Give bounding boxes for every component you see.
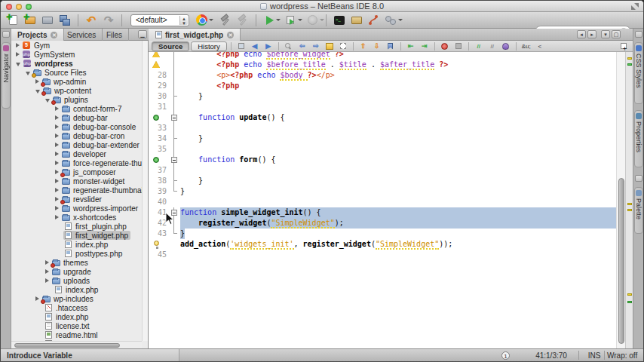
code-line-44[interactable]: add_action('widgets_init', register_widg… [149, 239, 618, 250]
line-number[interactable]: 35 [149, 144, 167, 155]
rectangular-selection-icon[interactable] [337, 41, 349, 51]
code-line-35[interactable]: 35 [149, 144, 618, 155]
collapsed-arrow-icon[interactable] [55, 179, 59, 183]
new-file-button[interactable]: ✚ [5, 14, 20, 27]
line-number[interactable]: 41 [149, 207, 167, 218]
line-number[interactable]: 28 [149, 70, 167, 81]
error-stripe-mark[interactable] [627, 57, 632, 60]
source-view-button[interactable]: Source [152, 41, 189, 51]
profile-button[interactable] [305, 14, 320, 27]
collapsed-arrow-icon[interactable] [55, 133, 59, 138]
collapsed-arrow-icon[interactable] [55, 161, 59, 165]
tree-item-wordpress[interactable]: phpwordpress [16, 59, 75, 68]
code-line-36[interactable]: function form() { [149, 155, 618, 165]
code-fold-collapse-icon[interactable] [170, 155, 179, 165]
collapsed-arrow-icon[interactable] [55, 206, 59, 210]
tree-item-debug-bar-cron[interactable]: debug-bar-cron [55, 131, 127, 140]
tree-item-readme-html[interactable]: readme.html [35, 330, 100, 339]
tree-item-body[interactable]: regenerate-thumbnail [61, 186, 142, 195]
code-line-41[interactable]: 41function simple_widget_init() { [149, 207, 618, 218]
tree-item-first-plugin-php[interactable]: first_plugin.php [55, 222, 129, 231]
code-text[interactable]: <p><?php echo $body ?></p> [180, 70, 335, 81]
tree-horizontal-scrollbar[interactable] [11, 341, 142, 348]
code-line-38[interactable]: 38 } [149, 176, 618, 186]
tree-item-body[interactable]: developer [61, 149, 109, 158]
save-all-button[interactable] [57, 14, 72, 27]
collapsed-arrow-icon[interactable] [55, 152, 59, 156]
collapsed-arrow-icon[interactable] [35, 79, 39, 84]
tree-item-body[interactable]: uploads [51, 276, 92, 285]
tab-services[interactable]: Services [61, 29, 103, 41]
find-selection-icon[interactable] [283, 41, 295, 51]
tree-item-first-widget-php[interactable]: first_widget.php [55, 231, 130, 240]
line-number[interactable]: 43 [149, 229, 167, 239]
fullscreen-icon[interactable] [631, 3, 639, 10]
palette-dock-tab[interactable]: Palette [634, 187, 643, 234]
ide-log-button[interactable] [349, 14, 364, 27]
collapsed-arrow-icon[interactable] [45, 269, 49, 274]
code-text[interactable]: function form() { [180, 155, 275, 165]
redo-button[interactable]: ↷ [101, 14, 116, 27]
tree-item-source-files[interactable]: Source Files [26, 68, 89, 77]
clean-build-button[interactable] [235, 14, 250, 27]
tree-item-body[interactable]: first_widget.php [63, 231, 130, 240]
line-number[interactable]: 45 [149, 250, 167, 260]
editor-tab-first-widget[interactable]: first_widget.php ✕ [149, 29, 241, 41]
forward-icon[interactable]: ▶ [262, 41, 274, 51]
code-line-42[interactable]: 42 register_widget("SimpleWidget"); [149, 218, 618, 229]
tree-item-body[interactable]: wp-includes [41, 294, 96, 303]
encode-entities-icon[interactable]: &u; [520, 41, 532, 51]
tree-item-body[interactable]: Source Files [32, 68, 89, 77]
code-text[interactable]: register_widget("SimpleWidget"); [180, 218, 344, 229]
expanded-arrow-icon[interactable] [45, 99, 50, 103]
tree-item-force-regenerate-thu[interactable]: force-regenerate-thu [55, 158, 142, 167]
tree-item-contact-form-7[interactable]: contact-form-7 [55, 104, 124, 113]
angle-bracket-icon[interactable]: < [534, 41, 546, 51]
config-combobox[interactable]: <default>▲▼ [130, 14, 189, 26]
code-text[interactable]: } [180, 186, 185, 197]
code-line-26[interactable]: <?php echo $before_widget ?> [149, 52, 618, 60]
tree-item-body[interactable]: 5Gym [22, 41, 52, 50]
code-text[interactable]: } [180, 133, 203, 144]
tree-item-body[interactable]: wp-content [42, 86, 94, 95]
warning-icon[interactable] [152, 61, 160, 68]
tree-item-body[interactable]: js_composer [61, 167, 118, 176]
collapsed-arrow-icon[interactable] [16, 43, 20, 48]
code-line-27[interactable]: <?php echo $before_title . $title . $aft… [149, 60, 618, 70]
debug-button[interactable] [284, 14, 299, 27]
tree-item-body[interactable]: x-shortcodes [61, 213, 118, 222]
tree-item-body[interactable]: debug-bar-cron [61, 131, 127, 140]
back-icon[interactable]: ◀ [249, 41, 261, 51]
error-stripe-mark[interactable] [627, 209, 632, 211]
editor-vscroll-thumb[interactable] [618, 178, 624, 344]
tree-item-upgrade[interactable]: upgrade [45, 267, 94, 276]
tree-item-body[interactable]: license.txt [44, 321, 91, 330]
line-number[interactable]: 37 [149, 165, 167, 176]
code-text[interactable]: } [180, 91, 203, 102]
code-line-31[interactable]: 31 [149, 102, 618, 112]
collapsed-arrow-icon[interactable] [55, 188, 59, 192]
tree-item-body[interactable]: first_plugin.php [63, 222, 129, 231]
tree-item-gym[interactable]: 5Gym [16, 41, 52, 50]
expanded-arrow-icon[interactable] [35, 90, 40, 94]
code-line-32[interactable]: function update() { [149, 112, 618, 123]
open-project-button[interactable] [40, 14, 55, 27]
code-text[interactable]: function simple_widget_init() { [180, 207, 321, 218]
collapsed-arrow-icon[interactable] [16, 52, 20, 57]
inspect-icon[interactable] [500, 41, 512, 51]
override-annotation-icon[interactable] [153, 157, 159, 163]
tree-hscroll-thumb[interactable] [14, 343, 120, 348]
collapsed-arrow-icon[interactable] [45, 278, 49, 283]
tree-item-monster-widget[interactable]: monster-widget [55, 176, 127, 186]
tree-item-plugins[interactable]: plugins [45, 95, 90, 104]
tree-item-body[interactable]: index.php [63, 240, 110, 249]
tree-item-body[interactable]: phpGymSystem [22, 50, 77, 59]
terminal-button[interactable]: >_ [332, 14, 347, 27]
navigator-dock-tab[interactable]: Navigator [2, 42, 11, 109]
scroll-tabs-left-button[interactable]: ◂ [577, 30, 586, 38]
combo-stepper-icon[interactable]: ▲▼ [179, 16, 188, 25]
code-text[interactable]: <?php echo $before_title . $title . $aft… [180, 60, 448, 70]
stop-macro-recording-icon[interactable] [452, 41, 465, 51]
next-occurrence-icon[interactable]: ⇨ [310, 41, 322, 51]
code-text[interactable]: add_action('widgets_init', register_widg… [180, 239, 452, 250]
